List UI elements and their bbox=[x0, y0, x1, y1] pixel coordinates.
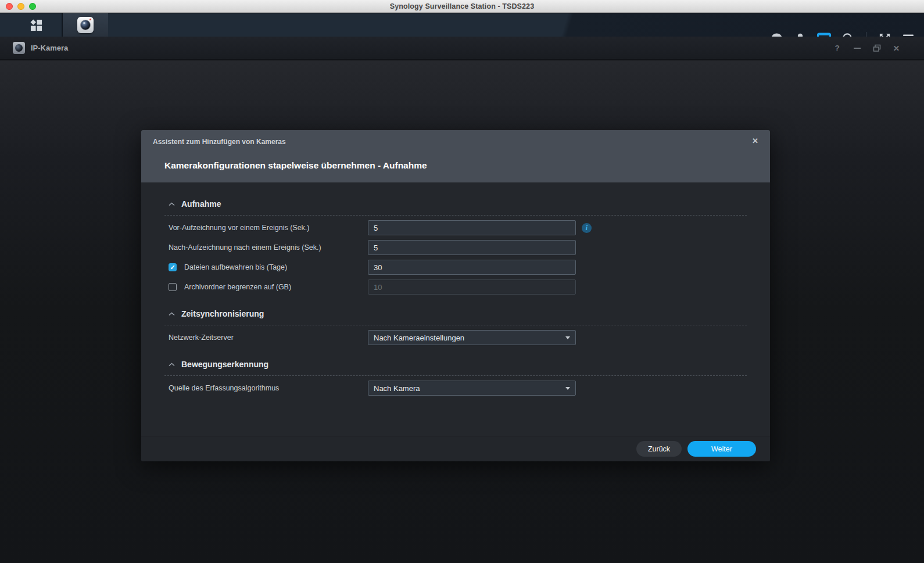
window-title: IP-Kamera bbox=[31, 44, 68, 52]
ntp-server-row: Netzwerk-Zeitserver Nach Kameraeinstellu… bbox=[164, 330, 747, 345]
section-motion-detection-header[interactable]: Bewegungserkennung bbox=[164, 358, 747, 371]
zoom-window-light[interactable] bbox=[29, 3, 36, 10]
chevron-up-icon bbox=[169, 202, 175, 206]
wizard-title: Assistent zum Hinzufügen von Kameras bbox=[153, 138, 286, 146]
maximize-button[interactable] bbox=[872, 44, 881, 53]
dialog-body: Aufnahme Vor-Aufzeichnung vor einem Erei… bbox=[141, 182, 770, 396]
close-window-light[interactable] bbox=[6, 3, 13, 10]
window-close-button[interactable]: ✕ bbox=[892, 44, 901, 53]
keep-files-checkbox[interactable] bbox=[169, 263, 177, 271]
section-divider bbox=[164, 325, 747, 325]
main-menu-grid-icon bbox=[30, 19, 42, 31]
chevron-up-icon bbox=[169, 363, 175, 367]
info-icon[interactable]: i bbox=[582, 223, 592, 233]
post-recording-row: Nach-Aufzeichnung nach einem Ereignis (S… bbox=[164, 240, 747, 255]
limit-archive-row: Archivordner begrenzen auf (GB) bbox=[164, 279, 747, 295]
section-time-sync-title: Zeitsynchronisierung bbox=[181, 309, 264, 318]
pre-recording-input[interactable] bbox=[368, 220, 576, 235]
main-menu-button[interactable] bbox=[10, 13, 62, 37]
dialog-header: Assistent zum Hinzufügen von Kameras ✕ K… bbox=[141, 130, 770, 182]
screen: Synology Surveillance Station - TSDS223 bbox=[0, 0, 924, 563]
section-motion-detection: Bewegungserkennung Quelle des Erfassungs… bbox=[164, 358, 747, 396]
window-camera-lens-icon bbox=[15, 44, 23, 52]
pre-recording-row: Vor-Aufzeichnung vor einem Ereignis (Sek… bbox=[164, 220, 747, 235]
post-recording-label: Nach-Aufzeichnung nach einem Ereignis (S… bbox=[169, 243, 368, 252]
limit-archive-input[interactable] bbox=[368, 279, 576, 295]
camera-record-dot bbox=[89, 19, 91, 20]
maximize-icon bbox=[873, 44, 881, 52]
section-motion-detection-title: Bewegungserkennung bbox=[181, 360, 268, 369]
limit-archive-checkbox[interactable] bbox=[169, 283, 177, 291]
page-title: Kamerakonfigurationen stapelweise überne… bbox=[164, 160, 427, 171]
window-controls: ? ✕ bbox=[833, 44, 901, 53]
caret-down-icon bbox=[565, 336, 570, 339]
macos-titlebar: Synology Surveillance Station - TSDS223 bbox=[0, 0, 924, 13]
back-button[interactable]: Zurück bbox=[636, 441, 682, 457]
section-time-sync-header[interactable]: Zeitsynchronisierung bbox=[164, 307, 747, 320]
detection-source-value: Nach Kamera bbox=[374, 384, 420, 393]
post-recording-input[interactable] bbox=[368, 240, 576, 255]
section-recording-header[interactable]: Aufnahme bbox=[164, 198, 747, 210]
help-button[interactable]: ? bbox=[833, 44, 841, 53]
dialog-close-button[interactable]: ✕ bbox=[752, 137, 758, 145]
app-tabs bbox=[10, 13, 108, 37]
traffic-lights bbox=[6, 3, 36, 10]
app-window-title: Synology Surveillance Station - TSDS223 bbox=[390, 2, 534, 10]
detection-source-label: Quelle des Erfassungsalgorithmus bbox=[169, 384, 368, 392]
next-button[interactable]: Weiter bbox=[687, 441, 756, 457]
minimize-button[interactable] bbox=[853, 44, 861, 53]
keep-files-label: Dateien aufbewahren bis (Tage) bbox=[184, 263, 287, 271]
app-toolbar bbox=[0, 13, 924, 37]
ntp-server-dropdown[interactable]: Nach Kameraeinstellungen bbox=[368, 330, 576, 345]
section-divider bbox=[164, 215, 747, 216]
minimize-window-light[interactable] bbox=[17, 3, 24, 10]
section-recording-title: Aufnahme bbox=[181, 199, 221, 209]
caret-down-icon bbox=[565, 387, 570, 390]
ip-camera-window-header: IP-Kamera ? ✕ bbox=[0, 37, 924, 60]
keep-files-input[interactable] bbox=[368, 260, 576, 275]
chevron-up-icon bbox=[169, 312, 175, 316]
window-camera-icon bbox=[13, 42, 25, 54]
keep-files-row: Dateien aufbewahren bis (Tage) bbox=[164, 260, 747, 275]
camera-lens-icon bbox=[80, 20, 91, 30]
minimize-icon bbox=[854, 48, 861, 49]
camera-app-icon bbox=[77, 17, 94, 33]
detection-source-dropdown[interactable]: Nach Kamera bbox=[368, 381, 576, 396]
dialog-footer: Zurück Weiter bbox=[141, 436, 770, 461]
section-time-sync: Zeitsynchronisierung Netzwerk-Zeitserver… bbox=[164, 307, 747, 345]
pre-recording-label: Vor-Aufzeichnung vor einem Ereignis (Sek… bbox=[169, 224, 368, 232]
section-recording: Aufnahme Vor-Aufzeichnung vor einem Erei… bbox=[164, 198, 747, 295]
ntp-server-label: Netzwerk-Zeitserver bbox=[169, 334, 368, 342]
detection-source-row: Quelle des Erfassungsalgorithmus Nach Ka… bbox=[164, 381, 747, 396]
limit-archive-label: Archivordner begrenzen auf (GB) bbox=[184, 283, 291, 291]
section-divider bbox=[164, 375, 747, 376]
tab-ip-camera-active[interactable] bbox=[63, 13, 108, 37]
ntp-server-value: Nach Kameraeinstellungen bbox=[374, 334, 464, 342]
camera-wizard-dialog: Assistent zum Hinzufügen von Kameras ✕ K… bbox=[141, 130, 770, 461]
